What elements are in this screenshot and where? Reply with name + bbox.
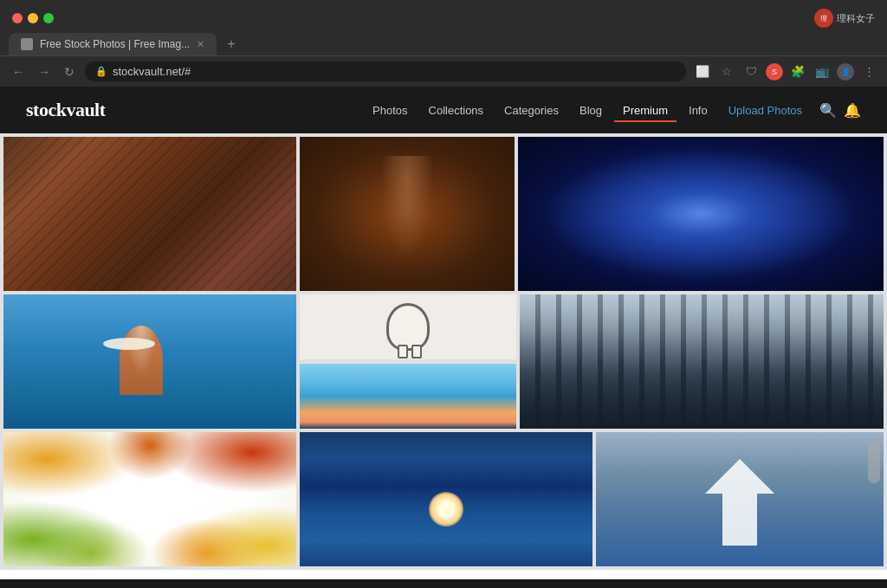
photo-sky[interactable] bbox=[300, 364, 516, 430]
nav-info[interactable]: Info bbox=[680, 99, 716, 122]
photo-middle-col bbox=[300, 294, 516, 429]
forward-button[interactable]: → bbox=[35, 63, 54, 81]
new-tab-button[interactable]: + bbox=[220, 33, 242, 55]
photo-area bbox=[0, 133, 887, 570]
url-bar[interactable]: 🔒 stockvault.net/# bbox=[85, 61, 686, 81]
photo-leaves-bg bbox=[3, 432, 296, 566]
url-text: stockvault.net/# bbox=[113, 65, 191, 78]
photo-building-arrow[interactable] bbox=[596, 432, 884, 566]
nav-premium[interactable]: Premium bbox=[614, 99, 677, 122]
browser-tab[interactable]: Free Stock Photos | Free Imag... ✕ bbox=[9, 33, 217, 55]
photo-skull-bg bbox=[300, 294, 516, 359]
extensions-icon[interactable]: 🧩 bbox=[788, 62, 807, 81]
nav-upload[interactable]: Upload Photos bbox=[720, 99, 811, 122]
profile-name: 理科女子 bbox=[837, 12, 875, 25]
photo-girl-forest-bg bbox=[300, 137, 515, 291]
site-content bbox=[0, 133, 887, 570]
nav-bar: ← → ↻ 🔒 stockvault.net/# ⬜ ☆ 🛡 S 🧩 📺 👤 ⋮ bbox=[0, 55, 887, 87]
photo-ocean-sunset-bg bbox=[300, 432, 592, 566]
nav-icons: 🔍 🔔 bbox=[819, 102, 861, 119]
browser-chrome: 理 理科女子 Free Stock Photos | Free Imag... … bbox=[0, 0, 887, 87]
back-button[interactable]: ← bbox=[9, 63, 28, 81]
site-logo[interactable]: stockvault bbox=[26, 99, 106, 121]
cast-icon[interactable]: ⬜ bbox=[693, 62, 712, 81]
bookmark-icon[interactable]: ☆ bbox=[717, 62, 736, 81]
photo-woman-sea[interactable] bbox=[3, 294, 296, 429]
tab-close-button[interactable]: ✕ bbox=[197, 39, 204, 50]
nav-blog[interactable]: Blog bbox=[571, 99, 611, 122]
site-header: stockvault Photos Collections Categories… bbox=[0, 87, 887, 133]
notifications-icon[interactable]: 🔔 bbox=[844, 102, 861, 119]
photo-ocean-sunset[interactable] bbox=[300, 432, 592, 566]
tab-title: Free Stock Photos | Free Imag... bbox=[40, 38, 190, 50]
photo-building-arrow-bg bbox=[596, 432, 884, 566]
traffic-lights: 理 理科女子 bbox=[0, 0, 887, 33]
site-wrapper: stockvault Photos Collections Categories… bbox=[0, 87, 887, 579]
photo-forest-dark-bg bbox=[520, 294, 884, 429]
photo-waves[interactable] bbox=[3, 137, 296, 291]
scroll-indicator[interactable] bbox=[868, 440, 880, 483]
photo-sky-bg bbox=[300, 364, 516, 429]
cast2-icon[interactable]: 📺 bbox=[813, 62, 832, 81]
photo-galaxy[interactable] bbox=[518, 137, 884, 291]
photo-skull[interactable] bbox=[300, 294, 516, 360]
site-nav: Photos Collections Categories Blog Premi… bbox=[364, 99, 811, 122]
photo-galaxy-bg bbox=[518, 137, 884, 291]
browser-profile: 理 理科女子 bbox=[814, 9, 875, 28]
nav-photos[interactable]: Photos bbox=[364, 99, 416, 122]
account-avatar[interactable]: S bbox=[766, 63, 783, 81]
nav-categories[interactable]: Categories bbox=[495, 99, 567, 122]
more-icon[interactable]: ⋮ bbox=[859, 62, 878, 81]
minimize-button[interactable] bbox=[28, 13, 38, 23]
tab-favicon bbox=[21, 38, 33, 50]
browser-actions: ⬜ ☆ 🛡 S 🧩 📺 👤 ⋮ bbox=[693, 62, 878, 81]
photo-waves-bg bbox=[3, 137, 296, 291]
photo-girl-forest[interactable] bbox=[300, 137, 515, 291]
photo-row-2 bbox=[3, 294, 884, 429]
photo-woman-sea-bg bbox=[3, 294, 296, 429]
photo-leaves[interactable] bbox=[3, 432, 296, 566]
close-button[interactable] bbox=[12, 13, 23, 23]
nav-collections[interactable]: Collections bbox=[420, 99, 493, 122]
photo-row-3 bbox=[3, 432, 884, 566]
maximize-button[interactable] bbox=[43, 13, 54, 23]
profile-avatar: 理 bbox=[814, 9, 833, 28]
user-avatar[interactable]: 👤 bbox=[837, 63, 854, 81]
reload-button[interactable]: ↻ bbox=[61, 63, 78, 81]
tab-bar: Free Stock Photos | Free Imag... ✕ + bbox=[0, 33, 887, 55]
photo-row-1 bbox=[3, 137, 884, 291]
search-icon[interactable]: 🔍 bbox=[819, 102, 837, 119]
shield-icon[interactable]: 🛡 bbox=[741, 62, 761, 81]
photo-forest-dark[interactable] bbox=[520, 294, 884, 429]
lock-icon: 🔒 bbox=[95, 66, 107, 77]
